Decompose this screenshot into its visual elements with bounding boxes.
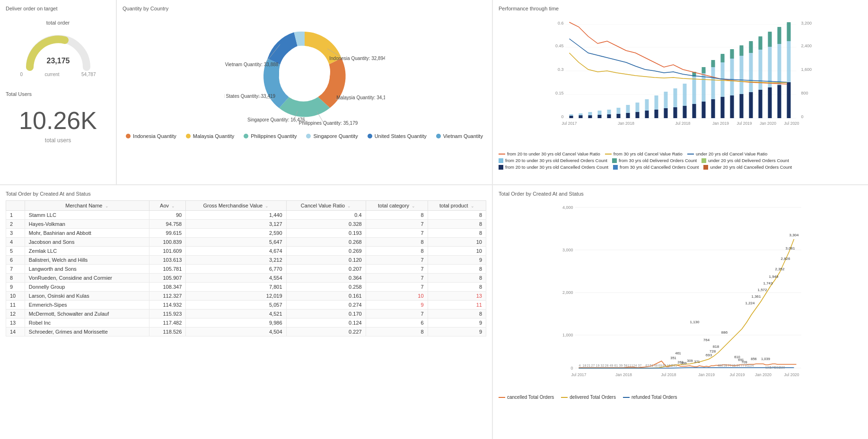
table-cell-13-4: 0.227 bbox=[286, 327, 366, 336]
svg-text:49: 49 bbox=[610, 364, 614, 367]
svg-text:3,200: 3,200 bbox=[801, 21, 812, 26]
table-cell-12-4: 0.124 bbox=[286, 318, 366, 327]
table-cell-11-1: McDermott, Schowalter and Zulauf bbox=[25, 310, 149, 318]
table-cell-5-2: 103.613 bbox=[149, 256, 185, 265]
col-cvr[interactable]: Cancel Value Ratio ⌄ bbox=[286, 201, 366, 211]
table-cell-12-0: 13 bbox=[6, 318, 25, 327]
table-row: 5Zemlak LLC101.6094,6740.269810 bbox=[6, 247, 486, 256]
table-cell-2-5: 7 bbox=[366, 229, 428, 238]
svg-text:231: 231 bbox=[672, 364, 677, 367]
data-table: Merchant Name ⌄ Aov ⌄ Gross Merchandise … bbox=[6, 200, 486, 336]
svg-text:66: 66 bbox=[663, 364, 666, 367]
table-cell-0-6: 8 bbox=[428, 211, 486, 220]
svg-text:1,361: 1,361 bbox=[751, 294, 761, 299]
table-cell-2-3: 2,590 bbox=[186, 229, 286, 238]
svg-rect-61 bbox=[711, 99, 715, 118]
table-cell-0-3: 1,440 bbox=[186, 211, 286, 220]
legend-label-us: United States Quantity bbox=[375, 133, 427, 139]
svg-rect-53 bbox=[636, 112, 640, 118]
col-aov[interactable]: Aov ⌄ bbox=[149, 201, 185, 211]
perf-label-5: from 30 yrs old Delivered Orders Count bbox=[619, 158, 697, 163]
svg-text:58: 58 bbox=[624, 364, 628, 367]
svg-text:69: 69 bbox=[658, 364, 662, 367]
table-cell-10-0: 11 bbox=[6, 301, 25, 310]
table-cell-2-2: 99.615 bbox=[149, 229, 185, 238]
svg-text:1,039: 1,039 bbox=[761, 357, 770, 361]
table-cell-11-2: 115.923 bbox=[149, 310, 185, 318]
table-cell-2-4: 0.193 bbox=[286, 229, 366, 238]
table-cell-2-1: Mohr, Bashirian and Abbott bbox=[25, 229, 149, 238]
svg-text:Jul 2019: Jul 2019 bbox=[729, 372, 745, 377]
svg-rect-66 bbox=[759, 90, 763, 118]
col-tp[interactable]: total product ⌄ bbox=[428, 201, 486, 211]
line-chart-svg: 4,000 3,000 2,000 1,000 0 Jul 2017 Jan 2… bbox=[499, 200, 862, 389]
perf-label-9: under 20 yrs old Cancelled Orders Count bbox=[710, 164, 792, 170]
table-cell-2-0: 3 bbox=[6, 229, 25, 238]
table-cell-12-3: 9,986 bbox=[186, 318, 286, 327]
table-cell-10-4: 0.274 bbox=[286, 301, 366, 310]
table-cell-13-1: Schroeder, Grimes and Morissette bbox=[25, 327, 149, 336]
legend-indonesia: Indonesia Quantity bbox=[126, 133, 176, 139]
table-cell-0-4: 0.4 bbox=[286, 211, 366, 220]
svg-text:4: 4 bbox=[579, 364, 581, 367]
table-cell-7-3: 4,554 bbox=[186, 274, 286, 283]
table-cell-3-0: 4 bbox=[6, 238, 25, 247]
table-cell-11-6: 8 bbox=[428, 310, 486, 318]
svg-text:0: 0 bbox=[561, 114, 563, 119]
svg-text:693: 693 bbox=[706, 353, 712, 357]
col-gmv[interactable]: Gross Merchandise Value ⌄ bbox=[186, 201, 286, 211]
table-cell-4-1: Zemlak LLC bbox=[25, 247, 149, 256]
table-cell-0-0: 1 bbox=[6, 211, 25, 220]
table-cell-13-2: 118.526 bbox=[149, 327, 185, 336]
svg-text:4,000: 4,000 bbox=[562, 205, 573, 210]
svg-text:48: 48 bbox=[654, 364, 658, 367]
label-philippines: Philippines Quantity: 35,179 bbox=[298, 121, 358, 126]
table-cell-3-4: 0.268 bbox=[286, 238, 366, 247]
table-cell-3-5: 8 bbox=[366, 238, 428, 247]
svg-text:0.45: 0.45 bbox=[555, 43, 564, 48]
svg-text:27: 27 bbox=[591, 364, 595, 367]
perf-legend-1: from 20 to under 30 yrs old Cancel Value… bbox=[499, 151, 600, 156]
table-cell-1-5: 7 bbox=[366, 220, 428, 229]
gauge-svg: 23,175 bbox=[20, 29, 96, 74]
svg-text:0.3: 0.3 bbox=[558, 67, 564, 72]
perf-bar-8 bbox=[613, 165, 618, 170]
svg-text:58: 58 bbox=[724, 364, 728, 367]
table-row: 7Langworth and Sons105.7816,7700.20778 bbox=[6, 265, 486, 274]
svg-rect-75 bbox=[740, 45, 744, 56]
label-us: United States Quantity: 33,419 bbox=[224, 94, 276, 99]
table-cell-12-5: 6 bbox=[366, 318, 428, 327]
svg-text:32: 32 bbox=[601, 364, 605, 367]
perf-legend-7: from 20 to under 30 yrs old Cancelled Or… bbox=[499, 164, 608, 170]
legend-label-cancelled: cancelled Total Orders bbox=[507, 395, 554, 400]
table-cell-12-6: 9 bbox=[428, 318, 486, 327]
svg-text:Jan 2020: Jan 2020 bbox=[755, 372, 772, 377]
table-cell-9-1: Larson, Osinski and Kulas bbox=[25, 292, 149, 301]
table-cell-7-1: VonRueden, Considine and Cormier bbox=[25, 274, 149, 283]
svg-text:1,000: 1,000 bbox=[562, 333, 573, 337]
perf-legend-3: under 20 yrs old Cancel Value Ratio bbox=[687, 151, 767, 156]
legend-dot-malaysia bbox=[186, 134, 191, 138]
svg-rect-63 bbox=[730, 95, 734, 118]
perf-legend-2: from 30 yrs old Cancel Value Ratio bbox=[605, 151, 683, 156]
table-row: 3Mohr, Bashirian and Abbott99.6152,5900.… bbox=[6, 229, 486, 238]
deliver-order-title: Deliver order on target bbox=[6, 6, 110, 11]
svg-text:1,130: 1,130 bbox=[690, 320, 700, 324]
svg-rect-55 bbox=[655, 110, 658, 118]
perf-label-1: from 20 to under 30 yrs old Cancel Value… bbox=[507, 151, 600, 156]
svg-rect-67 bbox=[768, 87, 772, 118]
col-tc[interactable]: total category ⌄ bbox=[366, 201, 428, 211]
svg-text:Jul 2017: Jul 2017 bbox=[561, 121, 577, 126]
svg-rect-58 bbox=[683, 106, 687, 118]
gauge-wrapper: 23,175 bbox=[20, 29, 96, 72]
svg-text:3,000: 3,000 bbox=[562, 248, 573, 252]
svg-text:77: 77 bbox=[741, 364, 745, 367]
svg-text:Jul 2020: Jul 2020 bbox=[784, 121, 799, 126]
table-cell-12-1: Robel Inc bbox=[25, 318, 149, 327]
svg-rect-76 bbox=[749, 41, 753, 53]
svg-text:Jul 2019: Jul 2019 bbox=[736, 121, 752, 126]
legend-label-refunded: refunded Total Orders bbox=[631, 395, 677, 400]
col-merchant[interactable]: Merchant Name ⌄ bbox=[25, 201, 149, 211]
svg-text:0: 0 bbox=[570, 366, 573, 370]
svg-text:77: 77 bbox=[728, 364, 732, 367]
